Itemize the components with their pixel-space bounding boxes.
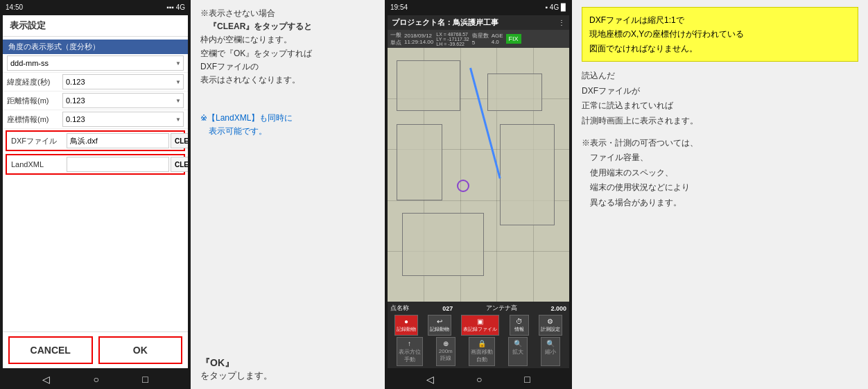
instruction-line4: 空欄で『OK』をタップすれば	[200, 47, 375, 60]
instruction-line2: 『CLEAR』をタップすると	[200, 20, 375, 33]
left-battery-icon: ▪▪▪ 4G	[166, 3, 185, 11]
cancel-button[interactable]: CANCEL	[8, 336, 93, 364]
section-label: 角度の表示形式（度分秒）	[3, 40, 188, 54]
building-5	[500, 124, 555, 225]
map-container[interactable]	[388, 48, 569, 302]
angle-select[interactable]: ddd-mm-ss	[7, 55, 184, 71]
left-time: 14:50	[6, 3, 23, 11]
landxml-clear-button[interactable]: CLEAR	[171, 157, 188, 172]
note-line4: 端末の使用状況などにより	[590, 180, 858, 196]
home-icon[interactable]: ○	[94, 374, 99, 385]
date-info: 2018/09/1211:29:14.00	[404, 33, 433, 45]
info-button[interactable]: ⏱ 情報	[510, 315, 529, 336]
dxf-file-input[interactable]	[67, 133, 169, 148]
ok-label: 『OK』	[200, 357, 375, 370]
camera-button[interactable]: ▣ 表記録ファイル	[461, 315, 499, 336]
distance-label: 距離情報(m)	[7, 96, 62, 106]
dxf-label: DXFファイル	[11, 136, 67, 146]
orientation-button[interactable]: ↑ 表示方位手動	[397, 337, 423, 366]
yellow-line1: DXFファイルは縮尺1:1で	[589, 13, 851, 27]
settings-icon: ⚙	[547, 318, 553, 325]
ok-tap: をタップします。	[200, 370, 375, 382]
zoom-out-button[interactable]: 🔍 縮小	[541, 337, 560, 366]
right-phone: 19:54 ▪ 4G ▉ プロジェクト名：鳥浜護岸工事 ⋮ 一般単点 2018/…	[385, 0, 572, 389]
dialog-title: 表示設定	[3, 15, 188, 37]
map-screen: プロジェクト名：鳥浜護岸工事 ⋮ 一般単点 2018/09/1211:29:14…	[388, 15, 569, 368]
zoom-in-button[interactable]: 🔍 拡大	[508, 337, 528, 366]
camera-icon: ▣	[477, 318, 483, 325]
latitude-select-wrapper[interactable]	[62, 74, 184, 89]
right-description: 読込んだ DXFファイルが 正常に読込まれていれば 計測時画面上に表示されます。	[582, 69, 858, 128]
instruction-line3: 枠内が空欄になります。	[200, 33, 375, 46]
record-button[interactable]: ● 記録動物	[394, 315, 418, 336]
building-1	[397, 60, 460, 111]
settings-button[interactable]: ⚙ 計測設定	[539, 315, 562, 336]
building-2	[397, 124, 442, 200]
lock-label: 画面移動自動	[471, 348, 493, 363]
blue-note: ※【LandXML】も同時に 表示可能です。	[200, 112, 375, 138]
ok-instruction: 『OK』 をタップします。	[200, 357, 375, 382]
landxml-label: LandXML	[11, 160, 67, 168]
crosshair-button[interactable]: ⊕ 200m距線	[436, 337, 455, 366]
right-text-section: DXFファイルは縮尺1:1で 現地座標のX,Yの座標付けが行われている 図面でな…	[572, 0, 868, 389]
left-status-bar: 14:50 ▪▪▪ 4G	[0, 0, 191, 14]
desc-line1: 読込んだ	[582, 69, 858, 84]
yellow-line2: 現地座標のX,Yの座標付けが行われている	[589, 27, 851, 41]
location-circle	[457, 180, 469, 192]
point-name-value: 027	[442, 305, 453, 312]
zoom-in-label: 拡大	[512, 348, 523, 356]
right-nav-bar: ◁ ○ □	[385, 370, 572, 389]
coords-select-wrapper[interactable]	[62, 112, 184, 127]
dxf-row: DXFファイル CLEAR	[6, 130, 185, 151]
right-back-icon[interactable]: ◁	[426, 374, 434, 385]
distance-row: 距離情報(m)	[3, 92, 188, 110]
point-type: 一般単点	[390, 31, 401, 46]
angle-select-row: ddd-mm-ss	[3, 54, 188, 73]
map-menu-icon[interactable]: ⋮	[558, 19, 565, 26]
undo-label: 記録動物	[430, 326, 449, 333]
map-toolbar2: ↑ 表示方位手動 ⊕ 200m距線 🔒 画面移動自動 🔍 拡大 🔍 縮	[390, 337, 566, 366]
up-icon: ↑	[408, 340, 411, 347]
distance-input[interactable]	[62, 93, 184, 108]
yellow-line3: 図面でなければなりません。	[589, 42, 851, 55]
ok-button[interactable]: OK	[98, 336, 183, 364]
left-phone-screen: 表示設定 角度の表示形式（度分秒） ddd-mm-ss 緯度経度(秒) 距離情報…	[3, 15, 188, 368]
zoom-out-icon: 🔍	[546, 340, 555, 347]
square-icon[interactable]: □	[142, 374, 148, 385]
angle-select-wrapper[interactable]: ddd-mm-ss	[7, 55, 184, 71]
distance-select-wrapper[interactable]	[62, 93, 184, 108]
building-4	[487, 74, 542, 112]
instruction-block: ※表示させない場合 『CLEAR』をタップすると 枠内が空欄になります。 空欄で…	[200, 7, 375, 87]
middle-text-section: ※表示させない場合 『CLEAR』をタップすると 枠内が空欄になります。 空欄で…	[191, 0, 385, 389]
undo-button[interactable]: ↩ 記録動物	[428, 315, 451, 336]
right-note: ※表示・計測の可否ついては、 ファイル容量、 使用端末のスペック、 端末の使用状…	[582, 136, 858, 211]
latitude-input[interactable]	[62, 74, 184, 89]
note-line2: ファイル容量、	[590, 150, 858, 166]
lock-button[interactable]: 🔒 画面移動自動	[469, 337, 495, 366]
landxml-input[interactable]	[67, 157, 169, 172]
coords-row: 座標情報(m)	[3, 110, 188, 129]
coords-info: LX = 48768.57LY = -17117.32LH = -39.622	[436, 32, 469, 46]
project-title: プロジェクト名：鳥浜護岸工事	[392, 17, 498, 28]
coords-input[interactable]	[62, 112, 184, 127]
right-home-icon[interactable]: ○	[476, 374, 482, 385]
zoom-in-icon: 🔍	[514, 340, 522, 347]
right-square-icon[interactable]: □	[524, 374, 530, 385]
desc-line4: 計測時画面上に表示されます。	[582, 114, 858, 129]
building-3	[402, 213, 484, 277]
note-line3: 使用端末のスペック、	[590, 166, 858, 181]
info-icon: ⏱	[516, 318, 523, 325]
crosshair-icon: ⊕	[443, 340, 449, 347]
yellow-info-box: DXFファイルは縮尺1:1で 現地座標のX,Yの座標付けが行われている 図面でな…	[582, 7, 858, 62]
info-label: 情報	[514, 326, 524, 333]
dxf-clear-button[interactable]: CLEAR	[171, 133, 188, 148]
instruction-line6: 表示はされなくなります。	[200, 74, 375, 87]
point-name-label: 点名称	[390, 304, 409, 313]
camera-label: 表記録ファイル	[463, 326, 497, 333]
lock-icon: 🔒	[478, 340, 486, 347]
back-icon[interactable]: ◁	[42, 374, 50, 385]
desc-line3: 正常に読込まれていれば	[582, 98, 858, 114]
left-phone: 14:50 ▪▪▪ 4G 表示設定 角度の表示形式（度分秒） ddd-mm-ss…	[0, 0, 191, 389]
antenna-value: 2.000	[550, 305, 566, 312]
right-status-bar: 19:54 ▪ 4G ▉	[385, 0, 572, 14]
